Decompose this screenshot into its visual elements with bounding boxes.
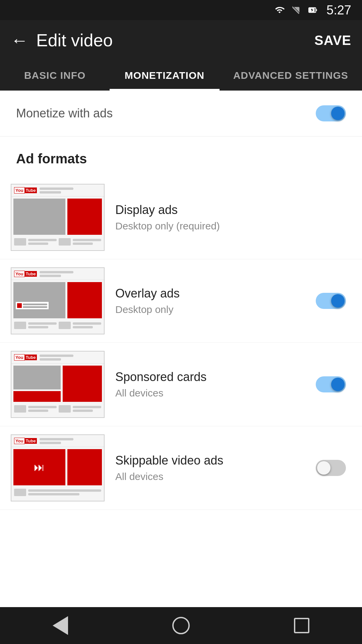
yt-logo-mini: YouTube	[14, 438, 37, 444]
overlay-ads-scope: Desktop only	[115, 304, 305, 315]
monetize-row: Monetize with ads	[0, 91, 362, 137]
section-title: Ad formats	[0, 137, 362, 176]
display-ads-name: Display ads	[115, 203, 346, 217]
overlay-ads-toggle[interactable]	[316, 293, 346, 309]
status-icons: 5:27	[274, 3, 351, 17]
skip-forward-icon: ⏭	[34, 461, 45, 474]
status-time: 5:27	[326, 3, 351, 17]
yt-logo-mini: YouTube	[14, 187, 37, 194]
svg-rect-1	[316, 9, 317, 11]
display-ads-info: Display ads Desktop only (required)	[115, 203, 346, 232]
overlay-ads-info: Overlay ads Desktop only	[115, 286, 305, 315]
back-triangle-icon	[53, 616, 68, 635]
ad-item-display-ads: YouTube	[0, 176, 362, 259]
display-ads-thumbnail: YouTube	[11, 184, 105, 251]
monetize-toggle[interactable]	[316, 105, 346, 121]
sponsored-cards-scope: All devices	[115, 387, 305, 399]
nav-home-button[interactable]	[168, 612, 194, 639]
status-bar: 5:27	[0, 0, 362, 20]
tabs-bar: BASIC INFO MONETIZATION ADVANCED SETTING…	[0, 60, 362, 91]
yt-logo-mini: YouTube	[14, 354, 37, 361]
ad-item-skippable-video-ads: YouTube ⏭ Skip	[0, 426, 362, 510]
sponsored-cards-name: Sponsored cards	[115, 370, 305, 384]
content-area: Monetize with ads Ad formats YouTube	[0, 91, 362, 510]
battery-icon	[307, 5, 319, 15]
sponsored-cards-toggle[interactable]	[316, 376, 346, 392]
tab-basic-info[interactable]: BASIC INFO	[0, 60, 110, 91]
sponsored-cards-thumbnail: YouTube	[11, 351, 105, 418]
save-button[interactable]: SAVE	[314, 33, 351, 48]
monetize-label: Monetize with ads	[16, 106, 316, 120]
yt-logo-mini: YouTube	[14, 271, 37, 277]
nav-recents-button[interactable]	[288, 612, 315, 639]
toggle-knob	[331, 294, 345, 308]
toggle-knob	[331, 378, 345, 391]
skippable-video-ads-scope: All devices	[115, 471, 305, 482]
ad-item-overlay-ads: YouTube	[0, 259, 362, 343]
overlay-ads-thumbnail: YouTube	[11, 267, 105, 334]
ad-item-sponsored-cards: YouTube	[0, 343, 362, 426]
toggle-knob	[331, 107, 345, 120]
display-ads-scope: Desktop only (required)	[115, 220, 346, 232]
skippable-video-ads-name: Skippable video ads	[115, 453, 305, 468]
home-circle-icon	[172, 617, 190, 634]
sim-icon	[290, 5, 302, 15]
app-bar: ← Edit video SAVE	[0, 20, 362, 60]
skippable-video-ads-thumbnail: YouTube ⏭	[11, 434, 105, 501]
overlay-ads-name: Overlay ads	[115, 286, 305, 301]
skippable-video-ads-toggle[interactable]	[316, 460, 346, 476]
bottom-nav	[0, 607, 362, 644]
recents-square-icon	[294, 618, 309, 633]
tab-monetization[interactable]: MONETIZATION	[110, 60, 219, 91]
nav-back-button[interactable]	[47, 612, 74, 639]
back-button[interactable]: ←	[11, 32, 28, 49]
skippable-video-ads-info: Skippable video ads All devices	[115, 453, 305, 482]
toggle-knob	[317, 461, 330, 475]
tab-advanced-settings[interactable]: ADVANCED SETTINGS	[220, 60, 362, 91]
page-title: Edit video	[36, 30, 306, 50]
sponsored-cards-info: Sponsored cards All devices	[115, 370, 305, 399]
wifi-icon	[274, 5, 286, 15]
